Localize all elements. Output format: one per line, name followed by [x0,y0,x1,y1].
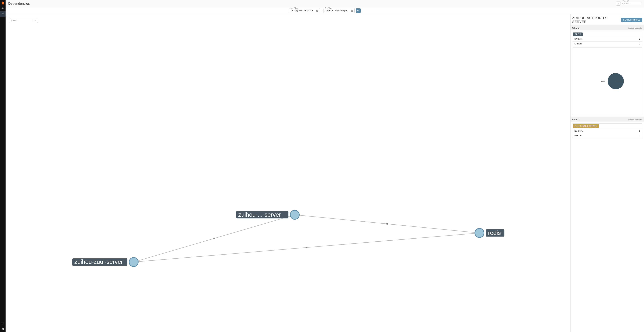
dependency-tag[interactable]: REDIS [573,33,583,36]
filterbar: Start Time January 13th 03:05 pm - End T… [6,7,644,14]
graph-node-label: zuihou-...-server [238,211,281,218]
zipkin-logo[interactable] [1,1,5,5]
dependency-row: NORMAL1 [572,129,642,133]
graph-node[interactable] [475,228,484,238]
svg-point-20 [214,238,215,239]
used-heading: USED [572,118,628,121]
run-query-button[interactable] [356,8,361,13]
topbar: Dependencies Trace ID [6,0,644,7]
dependency-block: REDISNORMAL4ERROR0 [572,32,642,46]
svg-point-13 [358,10,359,11]
svg-point-16 [386,223,388,225]
detail-title: ZUIHOU-AUTHORITY-SERVER [572,16,621,24]
sidebar [0,0,6,332]
graph-node-label: zuihou-zuul-server [74,258,123,265]
dependency-row: ERROR0 [572,133,642,138]
time-separator: - [321,9,322,12]
upload-button[interactable] [616,2,620,6]
dependency-row: ERROR0 [572,41,642,46]
pie-slice-label: redis [601,80,605,82]
graph-node-label: redis [488,229,501,236]
calendar-icon [351,10,353,12]
dependency-block: ZUIHOU-ZUUL-SERVERNORMAL1ERROR0 [572,123,642,138]
start-time-label: Start Time [290,7,299,9]
used-note: (traced requests) [628,119,642,121]
svg-rect-5 [316,10,318,11]
uses-note: (traced requests) [628,27,642,29]
end-time-value: January 14th 03:05 pm [325,9,351,12]
dependency-graph[interactable]: Select... zuihou-zuul-serverzuihou-...-s… [6,14,570,332]
trace-id-input[interactable] [621,2,641,6]
uses-pie-chart: redis [572,48,642,115]
dependency-row: NORMAL4 [572,37,642,41]
sidebar-search-icon[interactable] [0,5,6,11]
svg-line-14 [359,11,359,12]
sidebar-github-icon[interactable] [0,326,6,332]
sidebar-home-icon[interactable] [0,320,6,326]
svg-line-1 [3,9,4,9]
detail-panel: ZUIHOU-AUTHORITY-SERVER SEARCH TRACES US… [570,14,644,332]
svg-rect-9 [351,10,353,11]
page-title: Dependencies [8,2,30,6]
dependency-tag[interactable]: ZUIHOU-ZUUL-SERVER [573,124,599,128]
start-time-value: January 13th 03:05 pm [290,9,316,12]
graph-node[interactable] [290,210,299,219]
svg-point-0 [2,7,3,9]
calendar-icon [316,10,318,12]
sidebar-dependencies-icon[interactable] [0,11,6,17]
search-traces-button[interactable]: SEARCH TRACES [621,18,642,22]
svg-point-18 [306,247,307,248]
uses-heading: USES [572,26,628,29]
graph-node[interactable] [129,257,138,266]
end-time-label: End Time [324,7,332,9]
trace-id-label: Trace ID [622,0,630,2]
